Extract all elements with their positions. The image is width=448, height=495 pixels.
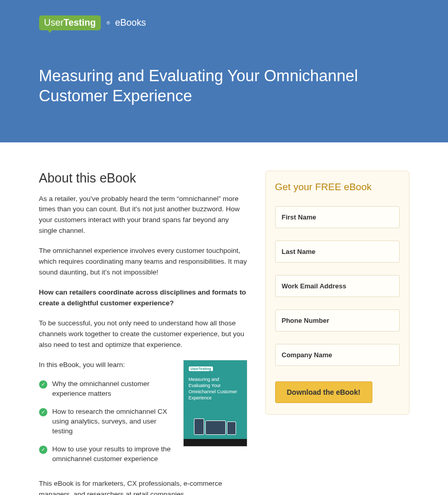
learn-intro: In this eBook, you will learn: [39,360,173,371]
company-input[interactable] [275,344,400,366]
page-title: Measuring and Evaluating Your Omnichanne… [39,66,409,106]
form-heading: Get your FREE eBook [275,181,400,193]
check-icon: ✓ [39,408,47,416]
brand-logo: UserTesting ® eBooks [39,15,409,30]
ebook-cover-image: UserTesting Measuring and Evaluating You… [183,360,247,447]
about-paragraph: To be successful, you not only need to u… [39,318,247,351]
list-item: ✓Why the omnichannel customer experience… [39,379,173,399]
logo-suffix: eBooks [115,17,146,28]
phone-input[interactable] [275,309,400,332]
check-icon: ✓ [39,446,47,454]
about-heading: About this eBook [39,171,247,186]
devices-icon [189,410,242,435]
main-content: About this eBook As a retailer, you've p… [0,142,448,496]
bullet-text: How to use your results to improve the o… [52,445,173,464]
about-paragraph: The omnichannel experience involves ever… [39,246,247,278]
bullet-list: ✓Why the omnichannel customer experience… [39,379,173,464]
list-item: ✓How to use your results to improve the … [39,445,173,464]
cover-logo: UserTesting [189,366,213,371]
about-paragraph: As a retailer, you've probably heard the… [39,194,247,237]
last-name-input[interactable] [275,241,400,263]
hero-banner: UserTesting ® eBooks Measuring and Evalu… [0,0,448,142]
about-section: About this eBook As a retailer, you've p… [39,171,247,496]
about-question: How can retailers coordinate across disc… [39,287,247,309]
logo-badge: UserTesting [39,15,101,30]
email-input[interactable] [275,275,400,297]
logo-user-text: User [44,17,64,28]
first-name-input[interactable] [275,206,400,228]
cover-footer [184,439,247,446]
bullet-text: Why the omnichannel customer experience … [52,379,173,399]
cover-title: Measuring and Evaluating Your Omnichanne… [189,376,242,401]
check-icon: ✓ [39,380,47,389]
signup-form: Get your FREE eBook Download the eBook! [265,171,409,415]
bullet-text: How to research the omnichannel CX using… [52,407,173,436]
closing-paragraph: This eBook is for marketers, CX professi… [39,479,247,495]
download-button[interactable]: Download the eBook! [275,381,372,403]
list-item: ✓How to research the omnichannel CX usin… [39,407,173,436]
registered-icon: ® [106,21,110,26]
logo-testing-text: Testing [64,17,96,28]
